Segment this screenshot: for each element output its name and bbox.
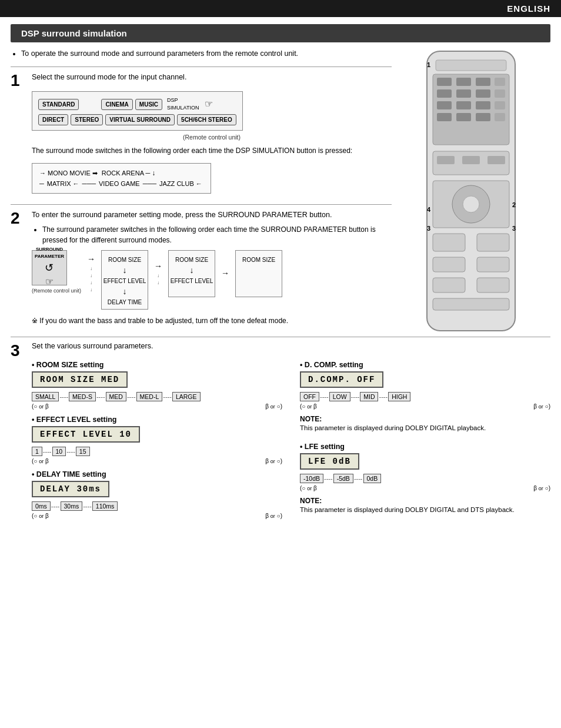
lfe-knob-left: (○ or β [300, 485, 317, 491]
direct-btn[interactable]: DIRECT [38, 114, 68, 125]
pb1-delay: DELAY TIME [108, 298, 142, 307]
pb1-down1: ↓ [123, 264, 127, 277]
step-3-container: 3 Set the various surround parameters. •… [11, 337, 550, 524]
step-3-right: • D. COMP. setting D.COMP. OFF OFF ---- … [300, 355, 550, 524]
step-3-columns: • ROOM SIZE setting ROOM SIZE MED SMALL … [32, 355, 550, 524]
room-size-section: • ROOM SIZE setting ROOM SIZE MED SMALL … [32, 361, 282, 410]
lfe-dash1: ---- [323, 475, 333, 482]
main-content: To operate the surround mode and surroun… [0, 42, 561, 337]
svg-rect-17 [476, 113, 490, 121]
svg-rect-10 [495, 89, 505, 98]
svg-rect-15 [437, 113, 452, 121]
svg-rect-18 [495, 113, 505, 121]
5ch-btn[interactable]: 5CH/6CH STEREO [177, 114, 236, 125]
standard-btn[interactable]: STANDARD [38, 99, 79, 110]
pb1-effect: EFFECT LEVEL [103, 277, 146, 285]
step-2-remote-area: SURROUNDPARAMETER ↺ ☞ (Remote control un… [32, 250, 81, 295]
step-3-body: Set the various surround parameters. • R… [32, 342, 550, 524]
pb1-down2: ↓ [123, 285, 127, 298]
left-column: To operate the surround mode and surroun… [11, 42, 398, 337]
step-2-remote-caption: (Remote control unit) [32, 287, 81, 295]
room-med: MED [106, 392, 126, 401]
effect-1: 1 [32, 447, 42, 456]
d-comp-note-label: NOTE: [300, 415, 322, 423]
surround-param-remote-img: SURROUNDPARAMETER ↺ ☞ [32, 250, 67, 285]
arrow-1: → ↓ ↓ ↓ ↓ [87, 250, 95, 297]
room-large: LARGE [172, 392, 201, 401]
pb2-effect: EFFECT LEVEL [171, 277, 213, 285]
dcomp-off: OFF [300, 392, 319, 401]
effect-level-title: • EFFECT LEVEL setting [32, 415, 282, 424]
step-3-number: 3 [11, 342, 32, 524]
step-1-number: 1 [11, 72, 32, 198]
param-box-2: ROOM SIZE ↓ EFFECT LEVEL [168, 250, 215, 297]
room-size-knobs: (○ or β β or ○) [32, 403, 282, 410]
svg-rect-13 [476, 101, 490, 109]
delay-110ms: 110ms [92, 501, 118, 511]
svg-rect-30 [433, 278, 465, 292]
dcomp-knob-left: (○ or β [300, 403, 317, 410]
cinema-btn[interactable]: CINEMA [101, 99, 132, 110]
pb2-room: ROOM SIZE [175, 255, 208, 264]
room-med-s: MED-S [69, 392, 96, 401]
virtual-btn[interactable]: VIRTUAL SURROUND [105, 114, 175, 125]
svg-text:3: 3 [512, 225, 516, 232]
room-size-display: ROOM SIZE MED [32, 371, 128, 388]
lfe-0db: 0dB [363, 474, 382, 483]
lfe-knob-right: β or ○) [533, 485, 550, 491]
dcomp-dash2: ---- [350, 393, 360, 400]
right-column: 1 2 4 3 3 [398, 42, 550, 337]
effect-dash2: ---- [66, 448, 76, 455]
flow-matrix: MATRIX ← [47, 179, 79, 189]
svg-rect-4 [456, 78, 471, 86]
header-bar: ENGLISH [0, 0, 561, 17]
step-1-body: Select the surround mode for the input c… [32, 72, 392, 198]
language-label: ENGLISH [507, 4, 550, 14]
svg-rect-9 [476, 89, 490, 98]
svg-rect-16 [456, 113, 471, 121]
svg-rect-29 [477, 257, 509, 272]
dcomp-dash3: ---- [378, 393, 388, 400]
step-2-instruction: To enter the surround parameter setting … [32, 210, 392, 221]
svg-rect-22 [487, 156, 505, 164]
effect-dash1: ---- [42, 448, 52, 455]
step-2-body: To enter the surround parameter setting … [32, 210, 392, 310]
remote-svg: 1 2 4 3 3 [403, 48, 539, 337]
effect-level-knobs: (○ or β β or ○) [32, 458, 282, 464]
svg-text:2: 2 [512, 201, 516, 208]
stereo-btn[interactable]: STEREO [71, 114, 103, 125]
step-2-number: 2 [11, 210, 32, 310]
note-tone-text: ※ If you do want the bass and trable to … [32, 315, 392, 326]
svg-rect-21 [462, 156, 480, 164]
d-comp-scale: OFF ---- LOW ---- MID ---- HIGH [300, 392, 550, 401]
delay-knob-left: (○ or β [32, 513, 49, 519]
effect-knob-right: β or ○) [265, 458, 282, 464]
svg-point-25 [463, 196, 479, 212]
note-tone: If you do want the bass and trable to be… [39, 317, 288, 325]
svg-text:1: 1 [427, 61, 430, 68]
mode-buttons-diagram: STANDARD CINEMA MUSIC DSPSIMULATION ☞ DI… [32, 91, 243, 131]
arrow-2: → ↓ ↓ [154, 250, 162, 297]
arrow-3: → [221, 250, 229, 297]
lfe-note: NOTE: This parameter is displayed during… [300, 496, 550, 515]
flow-dash2: ─── [82, 179, 96, 189]
svg-rect-32 [433, 298, 509, 310]
intro-text: To operate the surround mode and surroun… [11, 48, 392, 59]
room-small: SMALL [32, 392, 59, 401]
svg-rect-7 [437, 89, 452, 98]
flow-top: → MONO MOVIE ➡ ROCK ARENA ─ ↓ [39, 168, 203, 178]
svg-rect-26 [433, 234, 465, 251]
music-btn[interactable]: MUSIC [135, 99, 162, 110]
step-1-instruction: Select the surround mode for the input c… [32, 72, 392, 83]
dcomp-low: LOW [329, 392, 350, 401]
svg-rect-1 [436, 60, 506, 71]
lfe-knobs: (○ or β β or ○) [300, 485, 550, 491]
flow-bottom: ─ MATRIX ← ─── VIDEO GAME ─── JAZZ CLUB … [39, 179, 203, 189]
flow-videogame: VIDEO GAME [99, 179, 140, 189]
effect-knob-left: (○ or β [32, 458, 49, 464]
room-dash2: ---- [96, 393, 106, 400]
delay-time-title: • DELAY TIME setting [32, 470, 282, 478]
delay-time-display: DELAY 30ms [32, 481, 109, 497]
param-box-1: ROOM SIZE ↓ EFFECT LEVEL ↓ DELAY TIME [101, 250, 148, 310]
dcomp-dash1: ---- [319, 393, 329, 400]
